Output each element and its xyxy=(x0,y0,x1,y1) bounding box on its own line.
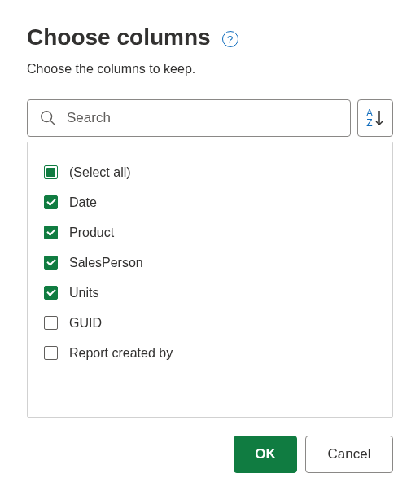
list-item-label: Date xyxy=(69,195,97,210)
checkbox-checked-icon[interactable] xyxy=(44,286,58,300)
page-title: Choose columns xyxy=(27,24,211,50)
list-item-product[interactable]: Product xyxy=(44,217,376,248)
list-item-label: SalesPerson xyxy=(69,256,143,270)
sort-button[interactable]: A Z xyxy=(357,99,393,137)
list-item-report-created-by[interactable]: Report created by xyxy=(44,338,376,368)
search-icon xyxy=(39,109,57,127)
svg-point-0 xyxy=(42,112,52,122)
list-item-units[interactable]: Units xyxy=(44,278,376,308)
column-list: (Select all) Date Product SalesPerson Un… xyxy=(27,142,393,418)
sort-az-icon: A Z xyxy=(366,108,384,128)
checkbox-unchecked-icon[interactable] xyxy=(44,316,58,330)
svg-line-1 xyxy=(50,121,55,125)
arrow-down-icon xyxy=(374,108,384,128)
ok-button[interactable]: OK xyxy=(234,436,297,473)
help-icon[interactable]: ? xyxy=(222,31,238,47)
dialog-footer: OK Cancel xyxy=(27,436,393,473)
checkbox-unchecked-icon[interactable] xyxy=(44,346,58,360)
search-row: A Z xyxy=(27,99,393,137)
search-input[interactable] xyxy=(67,110,339,126)
list-item-salesperson[interactable]: SalesPerson xyxy=(44,248,376,278)
dialog-subtitle: Choose the columns to keep. xyxy=(27,62,393,77)
checkbox-checked-icon[interactable] xyxy=(44,195,58,209)
list-item-label: Product xyxy=(69,226,114,240)
checkbox-checked-icon[interactable] xyxy=(44,226,58,239)
checkbox-checked-icon[interactable] xyxy=(44,256,58,270)
list-item-label: (Select all) xyxy=(69,165,131,180)
sort-letter-z: Z xyxy=(366,118,373,128)
list-item-label: GUID xyxy=(69,316,102,331)
dialog-header: Choose columns ? xyxy=(27,24,393,50)
checkbox-indeterminate-icon[interactable] xyxy=(44,165,58,179)
list-item-guid[interactable]: GUID xyxy=(44,308,376,338)
search-box[interactable] xyxy=(27,99,351,137)
list-item-label: Report created by xyxy=(69,346,173,361)
cancel-button[interactable]: Cancel xyxy=(305,436,393,473)
list-item-label: Units xyxy=(69,286,98,300)
list-item-select-all[interactable]: (Select all) xyxy=(44,157,376,187)
list-item-date[interactable]: Date xyxy=(44,187,376,217)
